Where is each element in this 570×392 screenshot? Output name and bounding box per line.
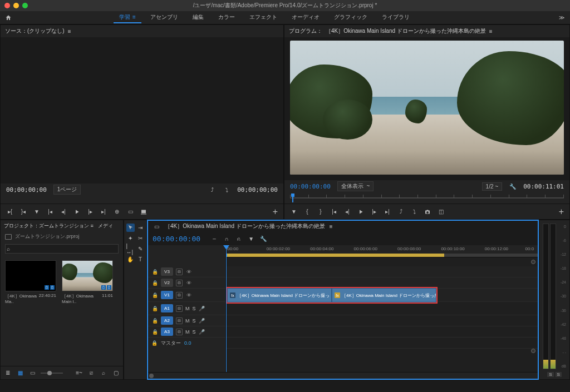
thumb-size-slider[interactable]: [41, 373, 63, 374]
home-icon[interactable]: [4, 14, 12, 22]
camera-icon[interactable]: [424, 208, 431, 216]
settings-icon[interactable]: 🔧: [259, 235, 267, 242]
track-header-v3[interactable]: 🔒V3⊟👁: [148, 266, 225, 277]
out-bracket-icon[interactable]: }: [317, 208, 325, 216]
search-input[interactable]: [5, 244, 119, 254]
program-tab[interactable]: プログラム：［4K］Okinawa Main Island ドローンから撮った沖…: [284, 25, 569, 37]
program-fit[interactable]: 全体表示 ~: [337, 181, 374, 191]
solo-l[interactable]: S: [547, 372, 553, 377]
ripple-tool-icon[interactable]: ✦: [126, 234, 135, 242]
workspace-color[interactable]: カラー: [213, 12, 240, 23]
pen-tool-icon[interactable]: ✎: [136, 245, 145, 253]
extract-icon[interactable]: ⤵: [410, 208, 418, 216]
sequence-name[interactable]: ［4K］Okinawa Main Island ドローンから撮った沖縄本島の絶景: [165, 222, 325, 230]
hand-tool-icon[interactable]: ✋: [126, 255, 135, 264]
workspace-assembly[interactable]: アセンブリ: [145, 12, 184, 23]
marker-add-icon[interactable]: ▼: [290, 208, 298, 216]
source-page[interactable]: 1ページ: [53, 185, 81, 195]
timeline-hscroll[interactable]: [148, 372, 538, 379]
step-next-icon[interactable]: |▸: [370, 208, 378, 216]
type-tool-icon[interactable]: T: [136, 255, 145, 264]
sort-icon[interactable]: ≡~: [75, 369, 83, 377]
track-header-a2[interactable]: 🔒A2⊟MS🎤: [148, 315, 225, 326]
source-timecode[interactable]: 00;00;00;00: [6, 186, 47, 193]
workspace-editing[interactable]: 編集: [187, 12, 209, 23]
auto-seq-icon[interactable]: ⎚: [87, 369, 95, 377]
lane-v3[interactable]: [226, 266, 538, 277]
project-search[interactable]: ⌕: [5, 244, 119, 254]
playhead-icon[interactable]: [290, 193, 296, 202]
overflow-icon[interactable]: ≫: [558, 14, 566, 22]
workspace-effects[interactable]: エフェクト: [244, 12, 283, 23]
lane-v1[interactable]: fx［4K］Okinawa Main Island ドローンから撮っ fx［4K…: [226, 289, 538, 302]
add-button-icon[interactable]: +: [273, 207, 278, 217]
solo-r[interactable]: S: [556, 372, 562, 377]
source-timecode-out[interactable]: 00;00;00;00: [237, 186, 278, 193]
clip-2[interactable]: fx［4K］Okinawa Main Island ドローンから撮った: [332, 288, 436, 302]
lane-a1[interactable]: [226, 302, 538, 315]
clip-1[interactable]: fx［4K］Okinawa Main Island ドローンから撮っ: [227, 288, 332, 302]
track-header-v2[interactable]: 🔒V2⊟👁: [148, 277, 225, 289]
step-prev-icon[interactable]: ◂|: [343, 208, 351, 216]
program-scrubber[interactable]: [284, 192, 569, 204]
workspace-library[interactable]: ライブラリ: [376, 12, 415, 23]
lane-master[interactable]: [226, 338, 538, 349]
project-tab[interactable]: プロジェクト：ズームトランジション ≡: [4, 222, 94, 230]
selection-tool-icon[interactable]: [126, 224, 135, 232]
magnet-icon[interactable]: ∩: [223, 235, 230, 242]
prev-frame-icon[interactable]: ◂|: [60, 208, 67, 216]
bin-item[interactable]: ▯▯ ［4K］Okinawa Main I..11:01: [62, 260, 113, 361]
program-zoom[interactable]: 1/2 ~: [482, 182, 503, 191]
source-tab[interactable]: ソース：(クリップなし)≡: [1, 25, 283, 37]
program-play-icon[interactable]: [357, 208, 365, 216]
slip-tool-icon[interactable]: |↔|: [126, 245, 135, 253]
play-icon[interactable]: [73, 208, 81, 216]
find-icon[interactable]: ⌕: [100, 369, 107, 377]
timeline-tc[interactable]: 00:00:00:00: [153, 235, 200, 243]
in-bracket-icon[interactable]: {: [303, 208, 311, 216]
overwrite-icon[interactable]: ▭: [126, 208, 134, 216]
go-end-icon[interactable]: ▸|: [384, 208, 391, 216]
media-tab[interactable]: メディ: [98, 222, 113, 230]
mark-out-icon[interactable]: }◂: [19, 208, 27, 216]
playhead[interactable]: [226, 245, 227, 372]
export-frame-icon[interactable]: [140, 208, 148, 216]
snap-icon[interactable]: ⎓: [210, 235, 218, 242]
track-area[interactable]: :00:00 00:00:02:00 00:00:04:00 00:00:06:…: [226, 245, 538, 372]
track-header-v1[interactable]: 🔒V1⊟👁: [148, 289, 225, 302]
compare-icon[interactable]: ◫: [437, 208, 445, 216]
freeform-icon[interactable]: ▭: [28, 369, 36, 377]
icon-view-icon[interactable]: ▦: [16, 369, 24, 377]
track-header-a3[interactable]: 🔒A3⊟MS🎤: [148, 326, 225, 338]
program-add-icon[interactable]: +: [559, 207, 564, 217]
time-ruler[interactable]: :00:00 00:00:02:00 00:00:04:00 00:00:06:…: [226, 245, 538, 257]
lift-icon[interactable]: ⤴: [397, 208, 405, 216]
next-frame-icon[interactable]: |▸: [86, 208, 94, 216]
mark-in-icon[interactable]: ▸{: [6, 208, 14, 216]
source-viewer[interactable]: [1, 37, 283, 183]
workspace-learning[interactable]: 学習≡: [114, 12, 141, 23]
new-bin-icon[interactable]: ▢: [112, 369, 120, 377]
insert-icon[interactable]: ⊕: [113, 208, 121, 216]
wrench-icon[interactable]: 🔧: [509, 182, 517, 190]
workspace-audio[interactable]: オーディオ: [286, 12, 325, 23]
program-tc-in[interactable]: 00:00:00:00: [290, 183, 331, 190]
marker-tl-icon[interactable]: ▼: [247, 235, 255, 242]
step-fwd-icon[interactable]: ⤵: [223, 186, 230, 193]
workspace-graphics[interactable]: グラフィック: [328, 12, 373, 23]
razor-tool-icon[interactable]: ✂: [136, 234, 145, 242]
program-tc-out[interactable]: 00:00:11:01: [523, 183, 564, 190]
marker-icon[interactable]: ▼: [33, 208, 41, 216]
master-track[interactable]: 🔒マスター0.0: [148, 338, 225, 349]
link-icon[interactable]: ⎌: [235, 235, 243, 242]
program-viewer[interactable]: [284, 37, 569, 180]
list-view-icon[interactable]: ≣: [4, 369, 12, 377]
lane-a3[interactable]: [226, 326, 538, 338]
go-in-icon[interactable]: |◂: [46, 208, 54, 216]
track-select-icon[interactable]: ⇥: [136, 224, 145, 232]
go-start-icon[interactable]: |◂: [330, 208, 338, 216]
step-back-icon[interactable]: ⤴: [208, 186, 216, 193]
bin-item[interactable]: ▯▯ ［4K］Okinawa Ma..22:40:21: [5, 260, 56, 361]
go-out-icon[interactable]: ▸|: [100, 208, 107, 216]
lane-a2[interactable]: [226, 315, 538, 326]
